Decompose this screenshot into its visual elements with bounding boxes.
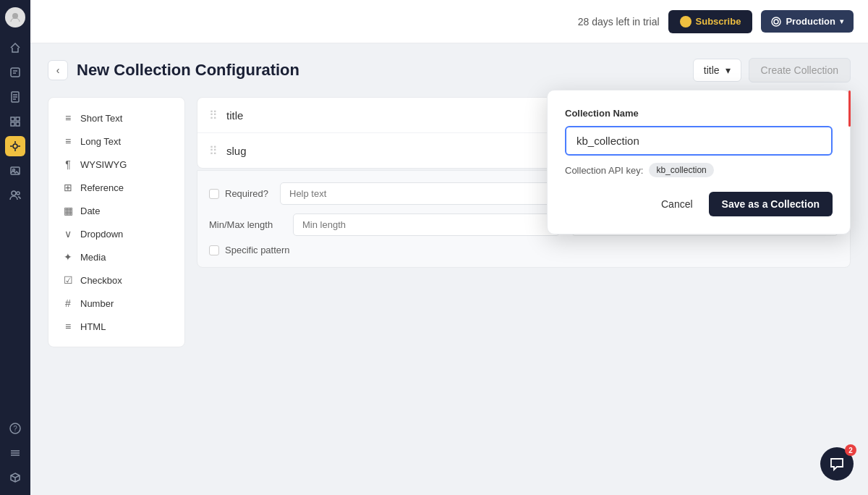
- number-icon: #: [61, 297, 75, 309]
- svg-text:?: ?: [13, 425, 17, 433]
- checkbox-icon: ☑: [61, 274, 75, 286]
- media-icon: ✦: [61, 251, 75, 263]
- package-nav-icon[interactable]: [5, 468, 25, 488]
- active-nav-icon[interactable]: [5, 136, 25, 156]
- page-header: ‹ New Collection Configuration title ▾ C…: [48, 58, 851, 82]
- svg-point-31: [774, 20, 778, 24]
- collection-name-input[interactable]: [565, 126, 833, 156]
- avatar[interactable]: [5, 7, 25, 28]
- min-max-label: Min/Max length: [209, 213, 281, 236]
- config-area: ⠿ title ⠿ slug Required?: [197, 97, 851, 347]
- field-type-wysiwyg[interactable]: ¶ WYSIWYG: [54, 153, 179, 176]
- popup-title: Collection Name: [565, 108, 833, 119]
- field-type-short-text[interactable]: ≡ Short Text: [54, 106, 179, 130]
- required-checkbox[interactable]: [209, 189, 219, 199]
- grid-nav-icon[interactable]: [5, 111, 25, 132]
- field-type-number[interactable]: # Number: [54, 292, 179, 315]
- field-type-dropdown[interactable]: ∨ Dropdown: [54, 222, 179, 245]
- api-key-badge: kb_collection: [649, 163, 713, 177]
- back-button[interactable]: ‹: [48, 60, 68, 80]
- svg-rect-10: [11, 122, 14, 126]
- field-type-checkbox[interactable]: ☑ Checkbox: [54, 268, 179, 292]
- layers-nav-icon[interactable]: [5, 443, 25, 463]
- popup-actions: Cancel Save as a Collection: [565, 192, 833, 216]
- cancel-button[interactable]: Cancel: [652, 192, 702, 216]
- dropdown-chevron-icon: ▾: [726, 64, 731, 76]
- svg-rect-8: [11, 117, 14, 121]
- date-icon: ▦: [61, 205, 75, 216]
- save-collection-button[interactable]: Save as a Collection: [709, 192, 833, 216]
- subscribe-button[interactable]: Subscribe: [668, 10, 753, 33]
- svg-point-19: [12, 191, 16, 195]
- chat-badge: 2: [845, 444, 856, 456]
- main-area: 28 days left in trial Subscribe Producti…: [30, 0, 868, 495]
- red-bar: [848, 90, 851, 127]
- chat-bubble[interactable]: 2: [820, 447, 854, 481]
- title-dropdown[interactable]: title ▾: [693, 59, 741, 82]
- specific-pattern-row: Specific pattern: [209, 245, 838, 255]
- blog-nav-icon[interactable]: [5, 62, 25, 82]
- svg-point-30: [772, 17, 780, 26]
- content-layout: ≡ Short Text ≡ Long Text ¶ WYSIWYG ⊞ Ref…: [48, 97, 851, 347]
- page-title: New Collection Configuration: [77, 61, 299, 80]
- svg-rect-11: [16, 122, 20, 126]
- coin-icon: [680, 16, 692, 28]
- reference-icon: ⊞: [61, 182, 75, 193]
- users-nav-icon[interactable]: [5, 185, 25, 206]
- field-type-long-text[interactable]: ≡ Long Text: [54, 130, 179, 153]
- page-content: ‹ New Collection Configuration title ▾ C…: [30, 43, 868, 495]
- sidebar-nav: ?: [0, 0, 30, 495]
- chevron-down-icon: ▾: [840, 17, 843, 25]
- dropdown-icon: ∨: [61, 228, 75, 240]
- create-collection-button[interactable]: Create Collection: [749, 58, 851, 82]
- min-length-input[interactable]: [293, 213, 560, 236]
- specific-pattern-checkbox[interactable]: [209, 245, 219, 255]
- field-type-html[interactable]: ≡ HTML: [54, 315, 179, 338]
- svg-point-12: [13, 144, 17, 148]
- production-icon: [771, 17, 781, 27]
- field-type-reference[interactable]: ⊞ Reference: [54, 176, 179, 199]
- chat-icon: [830, 457, 844, 471]
- collection-name-popup: Collection Name Collection API key: kb_c…: [547, 90, 851, 234]
- home-nav-icon[interactable]: [5, 38, 25, 58]
- api-key-row: Collection API key: kb_collection: [565, 163, 833, 177]
- drag-handle-title[interactable]: ⠿: [209, 109, 218, 122]
- field-type-media[interactable]: ✦ Media: [54, 245, 179, 268]
- svg-rect-1: [11, 68, 20, 77]
- field-type-date[interactable]: ▦ Date: [54, 199, 179, 222]
- image-nav-icon[interactable]: [5, 161, 25, 181]
- field-types-panel: ≡ Short Text ≡ Long Text ¶ WYSIWYG ⊞ Ref…: [48, 97, 185, 347]
- top-header: 28 days left in trial Subscribe Producti…: [30, 0, 868, 43]
- trial-text: 28 days left in trial: [578, 16, 660, 28]
- svg-line-28: [11, 475, 15, 478]
- long-text-icon: ≡: [61, 135, 75, 147]
- svg-rect-9: [16, 117, 20, 121]
- help-nav-icon[interactable]: ?: [5, 418, 25, 439]
- short-text-icon: ≡: [61, 112, 75, 124]
- html-icon: ≡: [61, 321, 75, 332]
- production-button[interactable]: Production ▾: [761, 10, 854, 33]
- wysiwyg-icon: ¶: [61, 158, 75, 170]
- svg-line-29: [15, 475, 20, 478]
- required-check[interactable]: Required?: [209, 188, 268, 199]
- document-nav-icon[interactable]: [5, 87, 25, 107]
- svg-point-20: [17, 192, 20, 195]
- drag-handle-slug[interactable]: ⠿: [209, 144, 218, 158]
